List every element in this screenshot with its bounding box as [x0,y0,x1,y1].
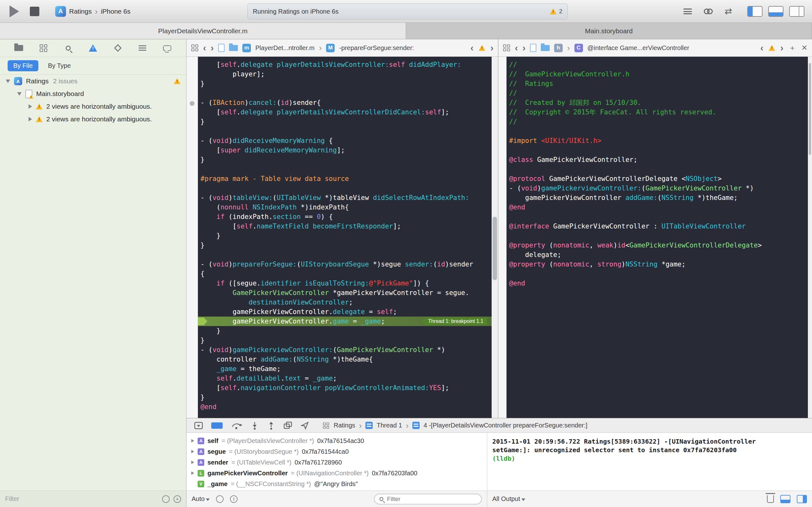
tab-playerdetailsviewcontroller[interactable]: PlayerDetailsViewController.m [0,23,406,39]
variable-type-icon: A [198,438,204,444]
process-icon [323,422,329,429]
variable-name: self [207,437,218,445]
disclosure-triangle-icon[interactable] [29,117,32,121]
breakpoint-gutter[interactable] [187,57,198,418]
disclosure-triangle-icon[interactable] [6,79,10,83]
code-line [507,164,808,174]
issue-warning-icon[interactable] [478,45,485,51]
toolbar-warning-badge[interactable]: 2 [550,8,562,15]
continue-button[interactable] [211,422,223,429]
utilities-panel-toggle[interactable] [789,6,804,17]
prev-issue-icon[interactable]: ‹ [760,43,763,53]
symbol-navigator-icon[interactable] [38,43,49,54]
issue-warning-icon[interactable] [768,45,775,51]
breakpoint-tag[interactable]: Thread 1: breakpoint 1.1 [421,318,487,325]
related-items-icon[interactable] [503,44,510,51]
debug-view-hierarchy-icon[interactable] [284,421,293,430]
hide-debug-area-icon[interactable] [194,422,203,429]
disclosure-triangle-icon[interactable] [191,460,194,464]
debug-navigator-icon[interactable] [137,43,148,54]
thread-crumb[interactable]: Thread 1 [376,422,402,429]
chevron-down-icon [206,498,210,501]
stop-button[interactable] [30,7,39,16]
console-output[interactable]: 2015-11-01 20:59:56.722 Ratings[5389:633… [487,433,812,491]
next-issue-icon[interactable]: › [490,43,494,53]
console-scope-select[interactable]: All Output [492,495,525,503]
standard-editor-icon[interactable] [683,9,692,14]
by-type-button[interactable]: By Type [48,62,71,69]
next-issue-icon[interactable]: › [780,43,783,53]
scrollbar-thumb[interactable] [809,63,811,155]
tree-row[interactable]: Main.storyboard [0,88,186,100]
code-line: } [198,79,492,89]
disclosure-triangle-icon[interactable] [17,92,21,96]
forward-icon[interactable]: › [522,43,525,53]
test-navigator-icon[interactable] [112,43,123,54]
frame-crumb[interactable]: 4 -[PlayerDetailsViewController prepareF… [423,422,588,429]
variable-row[interactable]: Aself= (PlayerDetailsViewController *)0x… [187,435,487,446]
add-assistant-icon[interactable]: ＋ [789,43,796,53]
tree-row[interactable]: ARatings2 issues [0,75,186,88]
variables-filter-input[interactable] [387,496,477,503]
add-filter-icon[interactable]: + [173,495,181,503]
back-icon[interactable]: ‹ [515,43,518,53]
step-out-icon[interactable] [267,421,275,430]
symbol-crumb[interactable]: @interface Game...erViewController [588,44,689,52]
show-variables-toggle[interactable] [780,495,791,503]
report-navigator-icon[interactable] [162,43,172,54]
disclosure-triangle-icon[interactable] [191,471,194,475]
disclosure-triangle-icon[interactable] [191,450,194,453]
disclosure-triangle-icon[interactable] [29,104,32,109]
file-crumb[interactable]: PlayerDet...ntroller.m [255,44,315,52]
code-line [198,89,492,98]
issue-navigator-icon[interactable] [88,43,98,54]
recents-filter-icon[interactable] [162,495,170,503]
variables-scope-select[interactable]: Auto [192,495,210,503]
prev-issue-icon[interactable]: ‹ [470,43,473,53]
disclosure-triangle-icon[interactable] [191,439,194,442]
assistant-editor-icon[interactable] [704,9,713,14]
related-items-icon[interactable] [191,44,198,51]
scheme-selector[interactable]: A Ratings › iPhone 6s [55,6,131,17]
navigator-panel-toggle[interactable] [747,6,763,17]
search-navigator-icon[interactable] [63,43,73,54]
assistant-code[interactable]: //// GamePickerViewController.h// Rating… [507,57,808,418]
variable-row[interactable]: V_game= (__NSCFConstantString *)@"Angry … [187,478,487,489]
tab-bar: PlayerDetailsViewController.m Main.story… [0,23,812,39]
project-navigator-icon[interactable] [13,43,24,54]
code-line: @property (nonatomic, weak)id<GamePicker… [507,240,808,250]
navigator-filter-input[interactable] [5,495,158,503]
step-over-icon[interactable] [231,421,242,430]
run-button[interactable] [9,5,19,17]
variables-filter-field[interactable] [374,494,482,504]
symbol-crumb[interactable]: -prepareForSegue:sender: [339,44,414,52]
step-into-icon[interactable] [251,421,259,430]
code-line: } [198,155,492,164]
simulate-location-icon[interactable] [301,421,309,430]
variable-row[interactable]: Asegue= (UIStoryboardSegue *)0x7fa761544… [187,446,487,457]
show-console-toggle[interactable] [797,495,807,503]
by-file-button[interactable]: By File [8,60,38,71]
process-crumb[interactable]: Ratings [334,422,355,429]
gutter-marker[interactable] [190,101,194,106]
breakpoint-gutter[interactable] [498,57,507,418]
version-editor-icon[interactable]: ⇄ [725,7,732,16]
tree-row[interactable]: 2 views are horizontally ambiguous. [0,113,186,125]
debug-panel-toggle[interactable] [768,6,783,17]
close-assistant-icon[interactable]: ✕ [801,43,808,52]
primary-scrollbar[interactable] [492,57,498,418]
info-icon[interactable]: i [230,495,238,503]
tree-row[interactable]: 2 views are horizontally ambiguous. [0,100,186,113]
scrollbar-thumb[interactable] [493,217,497,280]
variable-row[interactable]: LgamePickerViewController= (UINavigation… [187,468,487,478]
forward-icon[interactable]: › [211,43,214,53]
primary-code[interactable]: [self.delegate playerDetailsViewControll… [198,57,492,418]
code-line: gamePickerViewController addGame:(NSStri… [507,193,808,203]
tab-main-storyboard[interactable]: Main.storyboard [406,23,812,39]
assistant-scrollbar[interactable] [808,57,812,418]
issue-tree: ARatings2 issuesMain.storyboard2 views a… [0,75,186,125]
quicklook-icon[interactable] [216,495,223,503]
variable-row[interactable]: Asender= (UITableViewCell *)0x7fa7617289… [187,457,487,468]
clear-console-icon[interactable] [767,495,774,503]
back-icon[interactable]: ‹ [203,43,206,53]
